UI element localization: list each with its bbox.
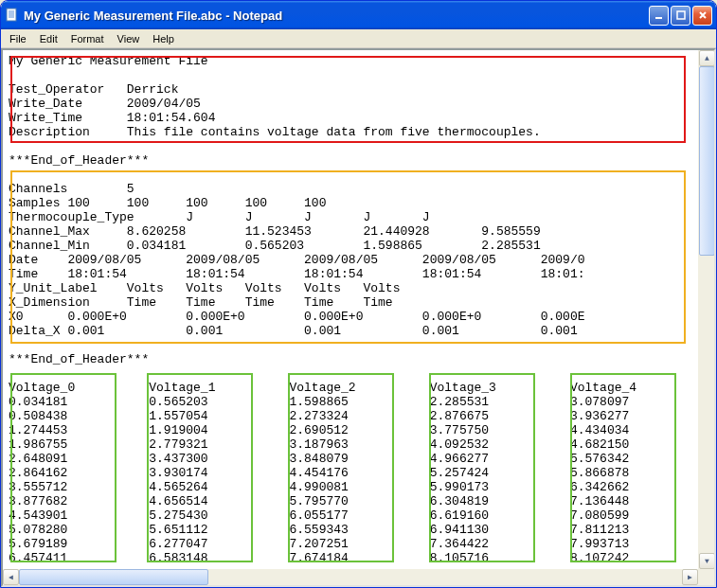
scroll-up-button[interactable]: ▲ bbox=[699, 50, 714, 66]
notepad-icon bbox=[5, 8, 20, 23]
horizontal-scrollbar[interactable]: ◀ ▶ bbox=[3, 569, 698, 585]
vscroll-thumb[interactable] bbox=[699, 66, 714, 256]
scroll-left-button[interactable]: ◀ bbox=[3, 569, 19, 585]
window-controls bbox=[649, 6, 712, 26]
menubar: File Edit Format View Help bbox=[1, 29, 716, 48]
svg-rect-5 bbox=[655, 17, 662, 19]
menu-view[interactable]: View bbox=[111, 31, 147, 46]
menu-format[interactable]: Format bbox=[64, 31, 111, 46]
hscroll-thumb[interactable] bbox=[19, 569, 208, 585]
close-button[interactable] bbox=[692, 6, 712, 26]
menu-edit[interactable]: Edit bbox=[33, 31, 64, 46]
vertical-scrollbar[interactable]: ▲ ▼ bbox=[698, 50, 714, 569]
minimize-button[interactable] bbox=[649, 6, 669, 26]
hscroll-track[interactable] bbox=[19, 569, 682, 585]
scroll-down-button[interactable]: ▼ bbox=[699, 553, 714, 569]
window-title: My Generic Measurement File.abc - Notepa… bbox=[24, 9, 649, 23]
notepad-window: My Generic Measurement File.abc - Notepa… bbox=[0, 0, 717, 588]
scroll-corner bbox=[698, 569, 714, 585]
menu-help[interactable]: Help bbox=[146, 31, 181, 46]
maximize-button[interactable] bbox=[671, 6, 690, 26]
text-area[interactable]: My Generic Measurement File Test_Operato… bbox=[3, 50, 714, 585]
vscroll-track[interactable] bbox=[699, 66, 714, 553]
svg-rect-6 bbox=[677, 11, 685, 19]
editor-frame: My Generic Measurement File Test_Operato… bbox=[1, 48, 716, 587]
titlebar[interactable]: My Generic Measurement File.abc - Notepa… bbox=[1, 1, 716, 29]
scroll-right-button[interactable]: ▶ bbox=[682, 569, 698, 585]
menu-file[interactable]: File bbox=[3, 31, 33, 46]
